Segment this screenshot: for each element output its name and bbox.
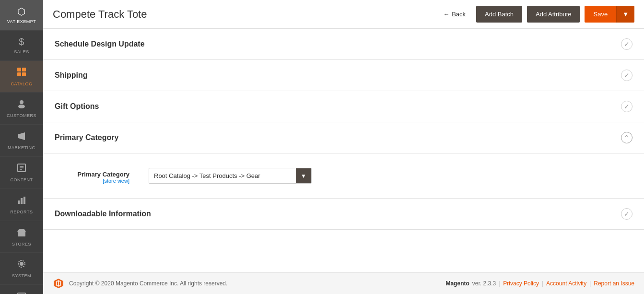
sidebar-item-label: CONTENT: [11, 177, 33, 183]
sidebar-item-label: STORES: [12, 242, 31, 247]
footer-left: Copyright © 2020 Magento Commerce Inc. A…: [53, 278, 227, 289]
vat-exempt-icon: ⬡: [17, 6, 26, 17]
main-area: Compete Track Tote ← Back Add Batch Add …: [43, 0, 644, 294]
section-toggle-icon: ✓: [621, 208, 632, 220]
svg-point-4: [20, 100, 23, 104]
section-shipping[interactable]: Shipping ✓: [43, 60, 644, 91]
save-button[interactable]: Save: [585, 6, 616, 23]
section-title: Shipping: [55, 71, 621, 80]
primary-category-select[interactable]: Root Catalog -> Test Products -> Gear: [149, 168, 311, 183]
content-area: Schedule Design Update ✓ Shipping ✓ Gift…: [43, 29, 644, 272]
sidebar-item-reports[interactable]: REPORTS: [0, 189, 43, 221]
svg-point-15: [20, 262, 23, 266]
section-downloadable-information[interactable]: Downloadable Information ✓: [43, 199, 644, 230]
svg-rect-12: [21, 198, 23, 204]
section-title: Gift Options: [55, 102, 621, 111]
page-title: Compete Track Tote: [53, 8, 437, 21]
primary-category-control: Root Catalog -> Test Products -> Gear ▼: [149, 168, 340, 184]
svg-rect-14: [18, 232, 25, 236]
section-primary-category-header[interactable]: Primary Category ⌃: [43, 122, 644, 153]
report-issue-link[interactable]: Report an Issue: [594, 280, 634, 287]
sidebar-item-label: SYSTEM: [12, 273, 31, 279]
svg-rect-2: [17, 72, 21, 76]
content-icon: [16, 163, 27, 176]
add-attribute-button[interactable]: Add Attribute: [527, 6, 580, 23]
section-toggle-icon: ✓: [621, 38, 632, 50]
footer-right: Magento ver. 2.3.3 | Privacy Policy | Ac…: [445, 280, 634, 287]
page-footer: Copyright © 2020 Magento Commerce Inc. A…: [43, 272, 644, 294]
section-toggle-expanded-icon: ⌃: [621, 132, 632, 143]
sidebar-item-customers[interactable]: CUSTOMERS: [0, 93, 43, 125]
footer-sep-3: |: [589, 280, 591, 287]
sidebar-item-system[interactable]: SYSTEM: [0, 253, 43, 285]
sidebar-item-label: CATALOG: [11, 82, 32, 87]
footer-copyright: Copyright © 2020 Magento Commerce Inc. A…: [69, 280, 227, 287]
magento-logo: [53, 278, 64, 289]
field-label-sub: [store view]: [43, 178, 129, 184]
section-primary-category: Primary Category ⌃ Primary Category [sto…: [43, 122, 644, 199]
footer-brand: Magento: [445, 280, 469, 287]
svg-rect-11: [18, 200, 20, 204]
account-activity-link[interactable]: Account Activity: [546, 280, 586, 287]
sidebar-item-marketing[interactable]: MARKETING: [0, 125, 43, 157]
back-label: Back: [452, 11, 466, 18]
footer-sep-2: |: [542, 280, 543, 287]
system-icon: [16, 259, 27, 271]
dropdown-arrow-icon: ▼: [622, 11, 629, 18]
sidebar-item-label: CUSTOMERS: [7, 113, 36, 118]
marketing-icon: [16, 130, 27, 143]
section-gift-options[interactable]: Gift Options ✓: [43, 91, 644, 122]
stores-icon: [16, 227, 27, 240]
sidebar-item-vat-exempt[interactable]: ⬡ VAT EXEMPT: [0, 0, 43, 31]
sidebar-item-catalog[interactable]: CATALOG: [0, 61, 43, 93]
sidebar-item-stores[interactable]: STORES: [0, 221, 43, 253]
footer-sep-1: |: [499, 280, 500, 287]
sidebar-item-label: SALES: [14, 49, 29, 55]
sidebar-item-content[interactable]: CONTENT: [0, 157, 43, 189]
primary-category-field-row: Primary Category [store view] Root Catal…: [139, 168, 632, 184]
primary-category-select-wrapper: Root Catalog -> Test Products -> Gear ▼: [149, 168, 312, 184]
find-partners-icon: [16, 291, 27, 294]
page-header: Compete Track Tote ← Back Add Batch Add …: [43, 0, 644, 29]
footer-version: ver. 2.3.3: [472, 280, 496, 287]
sidebar-item-label: MARKETING: [8, 145, 35, 151]
section-primary-category-body: Primary Category [store view] Root Catal…: [43, 153, 644, 198]
reports-icon: [16, 195, 27, 208]
section-schedule-design-update[interactable]: Schedule Design Update ✓: [43, 29, 644, 60]
save-dropdown-button[interactable]: ▼: [616, 6, 634, 23]
catalog-icon: [16, 67, 27, 80]
section-toggle-icon: ✓: [621, 70, 632, 81]
privacy-policy-link[interactable]: Privacy Policy: [503, 280, 539, 287]
primary-category-label: Primary Category [store view]: [43, 168, 139, 184]
sidebar-item-label: VAT EXEMPT: [7, 19, 36, 24]
sidebar-item-find-partners[interactable]: FIND PARTNERS & EXTENSIONS: [0, 285, 43, 294]
svg-rect-0: [17, 68, 21, 71]
svg-marker-6: [18, 132, 25, 140]
back-button[interactable]: ← Back: [437, 7, 471, 22]
customers-icon: [16, 98, 27, 111]
header-actions: ← Back Add Batch Add Attribute Save ▼: [437, 6, 634, 23]
svg-rect-13: [23, 197, 25, 204]
sidebar-item-sales[interactable]: $ SALES: [0, 31, 43, 61]
section-toggle-icon: ✓: [621, 101, 632, 112]
save-button-group: Save ▼: [585, 6, 634, 23]
svg-rect-3: [22, 72, 26, 76]
sales-icon: $: [19, 36, 24, 47]
section-title: Primary Category: [55, 133, 621, 142]
svg-rect-1: [22, 68, 26, 71]
section-title: Schedule Design Update: [55, 40, 621, 48]
back-arrow-icon: ←: [443, 11, 449, 18]
section-title: Downloadable Information: [55, 210, 621, 218]
svg-point-5: [18, 105, 25, 108]
field-label-main: Primary Category: [43, 171, 129, 178]
sidebar: ⬡ VAT EXEMPT $ SALES CATALOG CUSTOMERS: [0, 0, 43, 294]
add-batch-button[interactable]: Add Batch: [476, 6, 522, 23]
sidebar-item-label: REPORTS: [11, 210, 33, 215]
